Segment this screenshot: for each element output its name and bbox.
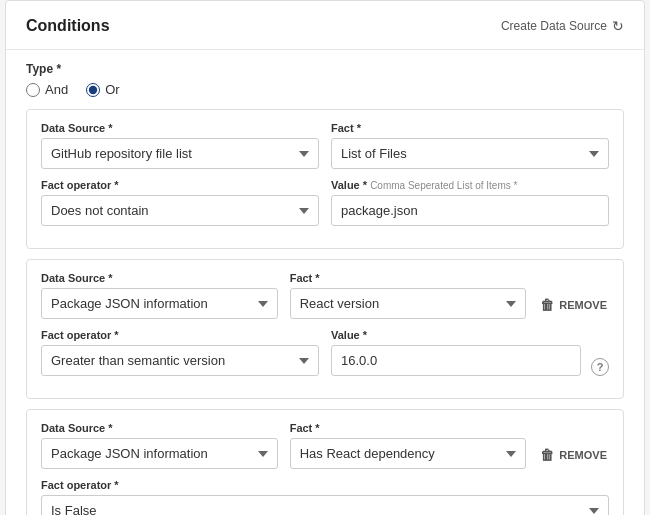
condition-2-remove-col: 🗑 REMOVE: [538, 293, 609, 319]
condition-3-datasource-select[interactable]: GitHub repository file list Package JSON…: [41, 438, 278, 469]
condition-2-operator-label: Fact operator *: [41, 329, 319, 341]
condition-2-remove-button[interactable]: 🗑 REMOVE: [538, 293, 609, 317]
type-or-radio[interactable]: [86, 83, 100, 97]
condition-2-fact-field: Fact * List of Files React version Has R…: [290, 272, 527, 319]
type-section: Type * And Or: [26, 62, 624, 97]
condition-1-operator-select[interactable]: Does not contain Contains Greater than s…: [41, 195, 319, 226]
condition-3-row-1: Data Source * GitHub repository file lis…: [41, 422, 609, 469]
card-header: Conditions Create Data Source ↻: [26, 17, 624, 35]
condition-1-datasource-field: Data Source * GitHub repository file lis…: [41, 122, 319, 169]
condition-3-remove-col: 🗑 REMOVE: [538, 443, 609, 469]
condition-1-value-input[interactable]: [331, 195, 609, 226]
condition-2-operator-field: Fact operator * Does not contain Contain…: [41, 329, 319, 376]
refresh-icon: ↻: [612, 18, 624, 34]
condition-3-fact-field: Fact * List of Files React version Has R…: [290, 422, 527, 469]
condition-3-fact-select[interactable]: List of Files React version Has React de…: [290, 438, 527, 469]
trash-icon-3: 🗑: [540, 447, 554, 463]
condition-2-value-label: Value *: [331, 329, 581, 341]
condition-2-datasource-label: Data Source *: [41, 272, 278, 284]
condition-1-datasource-label: Data Source *: [41, 122, 319, 134]
create-datasource-link[interactable]: Create Data Source ↻: [501, 18, 624, 34]
condition-2-row-1: Data Source * GitHub repository file lis…: [41, 272, 609, 319]
type-label: Type *: [26, 62, 624, 76]
condition-3-remove-button[interactable]: 🗑 REMOVE: [538, 443, 609, 467]
condition-1-fact-label: Fact *: [331, 122, 609, 134]
create-datasource-label: Create Data Source: [501, 19, 607, 33]
condition-3-operator-select[interactable]: Does not contain Contains Greater than s…: [41, 495, 609, 515]
page-title: Conditions: [26, 17, 110, 35]
condition-2-datasource-select[interactable]: GitHub repository file list Package JSON…: [41, 288, 278, 319]
type-or-label: Or: [105, 82, 119, 97]
type-and-option[interactable]: And: [26, 82, 68, 97]
condition-3-remove-label: REMOVE: [559, 449, 607, 461]
condition-3-operator-field: Fact operator * Does not contain Contain…: [41, 479, 609, 515]
condition-3-datasource-label: Data Source *: [41, 422, 278, 434]
condition-1-value-sublabel: Comma Seperated List of Items *: [370, 180, 517, 191]
conditions-card: Conditions Create Data Source ↻ Type * A…: [5, 0, 645, 515]
header-divider: [6, 49, 644, 50]
condition-2-value-field: Value *: [331, 329, 581, 376]
condition-1-fact-select[interactable]: List of Files React version Has React de…: [331, 138, 609, 169]
condition-2-value-input[interactable]: [331, 345, 581, 376]
condition-1-fact-field: Fact * List of Files React version Has R…: [331, 122, 609, 169]
condition-2-fact-label: Fact *: [290, 272, 527, 284]
type-and-radio[interactable]: [26, 83, 40, 97]
condition-2-remove-label: REMOVE: [559, 299, 607, 311]
condition-block-1: Data Source * GitHub repository file lis…: [26, 109, 624, 249]
condition-3-row-2: Fact operator * Does not contain Contain…: [41, 479, 609, 515]
type-or-option[interactable]: Or: [86, 82, 119, 97]
condition-1-datasource-select[interactable]: GitHub repository file list Package JSON…: [41, 138, 319, 169]
condition-block-2: Data Source * GitHub repository file lis…: [26, 259, 624, 399]
type-and-label: And: [45, 82, 68, 97]
condition-3-fact-label: Fact *: [290, 422, 527, 434]
condition-1-value-label: Value * Comma Seperated List of Items *: [331, 179, 609, 191]
help-icon-2[interactable]: ?: [591, 358, 609, 376]
condition-2-value-col: Value * ?: [331, 329, 609, 376]
condition-1-operator-field: Fact operator * Does not contain Contain…: [41, 179, 319, 226]
type-radio-group: And Or: [26, 82, 624, 97]
condition-2-fact-select[interactable]: List of Files React version Has React de…: [290, 288, 527, 319]
condition-1-operator-label: Fact operator *: [41, 179, 319, 191]
condition-2-operator-select[interactable]: Does not contain Contains Greater than s…: [41, 345, 319, 376]
condition-1-value-field: Value * Comma Seperated List of Items *: [331, 179, 609, 226]
condition-2-datasource-field: Data Source * GitHub repository file lis…: [41, 272, 278, 319]
condition-1-row-1: Data Source * GitHub repository file lis…: [41, 122, 609, 169]
condition-block-3: Data Source * GitHub repository file lis…: [26, 409, 624, 515]
condition-2-row-2: Fact operator * Does not contain Contain…: [41, 329, 609, 376]
condition-3-operator-label: Fact operator *: [41, 479, 609, 491]
trash-icon-2: 🗑: [540, 297, 554, 313]
condition-1-row-2: Fact operator * Does not contain Contain…: [41, 179, 609, 226]
condition-3-datasource-field: Data Source * GitHub repository file lis…: [41, 422, 278, 469]
